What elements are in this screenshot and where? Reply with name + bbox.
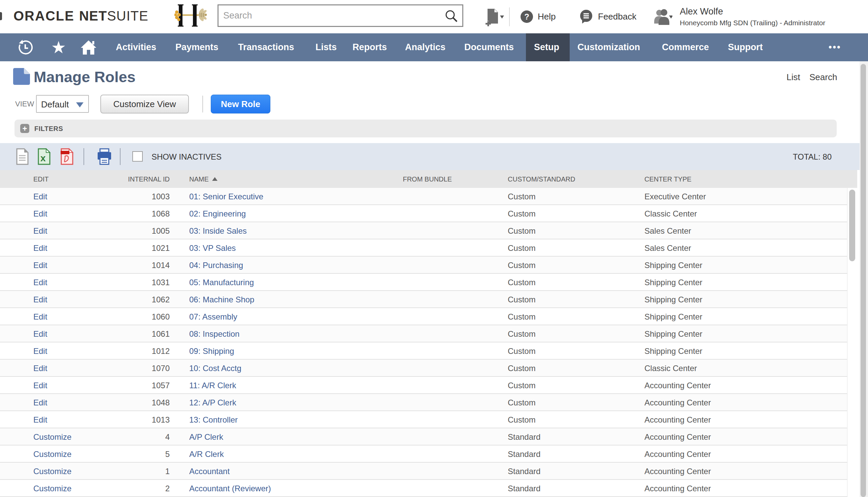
user-menu[interactable]: Alex Wolfe Honeycomb Mfg SDN (Trailing) … [654, 0, 825, 33]
toolbar-divider [84, 148, 84, 165]
row-name-link[interactable]: 02: Engineering [189, 209, 246, 218]
brand-oracle: ORACLE [13, 9, 74, 23]
print-icon[interactable] [97, 148, 112, 165]
search-icon[interactable] [444, 9, 459, 24]
col-name[interactable]: NAME [189, 175, 217, 183]
row-name-link[interactable]: 03: Inside Sales [189, 226, 247, 236]
export-excel-icon[interactable]: x [38, 148, 51, 165]
row-action-link[interactable]: Edit [33, 312, 47, 322]
nav-item-analytics[interactable]: Analytics [405, 33, 445, 61]
row-action-link[interactable]: Edit [33, 398, 47, 408]
nav-item-activities[interactable]: Activities [116, 33, 156, 61]
nav-item-lists[interactable]: Lists [315, 33, 337, 61]
nav-overflow[interactable]: ••• [829, 33, 841, 61]
recent-records-icon[interactable] [17, 33, 33, 61]
export-csv-icon[interactable] [16, 148, 29, 165]
row-action-link[interactable]: Edit [33, 226, 47, 236]
filters-bar[interactable]: + FILTERS [14, 119, 837, 137]
row-name-link[interactable]: 05: Manufacturing [189, 278, 254, 287]
row-name-link[interactable]: 04: Purchasing [189, 261, 243, 270]
show-inactives-checkbox[interactable] [132, 151, 143, 161]
row-action-link[interactable]: Customize [33, 450, 71, 459]
user-name[interactable]: Alex Wolfe [680, 6, 825, 17]
create-new-icon[interactable] [484, 8, 504, 26]
row-action-link[interactable]: Edit [33, 209, 47, 218]
row-name-link[interactable]: Accountant [189, 467, 230, 476]
row-action-link[interactable]: Edit [33, 295, 47, 304]
row-name-link[interactable]: 09: Shipping [189, 346, 234, 356]
nav-item-customization[interactable]: Customization [578, 33, 640, 61]
row-name-link[interactable]: 13: Controller [189, 415, 238, 425]
row-action-link[interactable]: Edit [33, 243, 47, 253]
feedback-menu[interactable]: Feedback [580, 0, 636, 33]
nav-item-reports[interactable]: Reports [353, 33, 387, 61]
shortcuts-star-icon[interactable]: ★ [50, 33, 67, 61]
row-action-link[interactable]: Edit [33, 415, 47, 425]
row-action-link[interactable]: Customize [33, 467, 71, 476]
help-label[interactable]: Help [538, 12, 556, 22]
row-name-link[interactable]: A/P Clerk [189, 432, 223, 442]
new-role-button[interactable]: New Role [211, 95, 270, 113]
row-action-link[interactable]: Edit [33, 381, 47, 390]
row-action-link[interactable]: Edit [33, 329, 47, 339]
filters-expand-icon[interactable]: + [20, 124, 29, 133]
main-nav: ★ ActivitiesPaymentsTransactionsListsRep… [0, 33, 868, 61]
global-search-box[interactable] [217, 4, 463, 27]
row-name-link[interactable]: 01: Senior Executive [189, 192, 263, 201]
row-action-link[interactable]: Edit [33, 261, 47, 270]
row-action-link[interactable]: Customize [33, 432, 71, 442]
nav-item-commerce[interactable]: Commerce [662, 33, 709, 61]
col-center-type[interactable]: CENTER TYPE [644, 175, 692, 183]
row-internal-id: 1057 [87, 381, 170, 390]
user-roles-icon[interactable] [654, 9, 672, 25]
row-internal-id: 1048 [87, 398, 170, 408]
customize-view-button[interactable]: Customize View [100, 95, 189, 113]
nav-item-payments[interactable]: Payments [175, 33, 218, 61]
view-select[interactable]: Default [36, 95, 89, 113]
filters-label: FILTERS [34, 125, 63, 133]
col-edit[interactable]: EDIT [33, 175, 49, 183]
row-name-link[interactable]: A/R Clerk [189, 450, 224, 459]
global-search-input[interactable] [223, 5, 432, 26]
row-name-link[interactable]: 07: Assembly [189, 312, 237, 322]
row-action-link[interactable]: Edit [33, 192, 47, 201]
row-name-link[interactable]: 08: Inspection [189, 329, 239, 339]
search-link[interactable]: Search [809, 72, 837, 83]
col-internal-id[interactable]: INTERNAL ID [87, 175, 170, 183]
col-custom-standard[interactable]: CUSTOM/STANDARD [508, 175, 575, 183]
col-from-bundle[interactable]: FROM BUNDLE [370, 175, 452, 183]
row-name-link[interactable]: 10: Cost Acctg [189, 364, 241, 373]
list-link[interactable]: List [786, 72, 800, 83]
help-icon[interactable]: ? [521, 11, 533, 23]
home-icon[interactable] [79, 33, 98, 61]
window-scrollbar-track[interactable] [859, 61, 868, 497]
row-name-link[interactable]: Accountant (Reviewer) [189, 484, 271, 493]
row-name-link[interactable]: 12: A/P Clerk [189, 398, 236, 408]
table-row: Edit100301: Senior ExecutiveCustomExecut… [0, 188, 848, 205]
table-scrollbar-thumb[interactable] [849, 189, 855, 261]
page-title-icon [13, 68, 30, 85]
feedback-label[interactable]: Feedback [598, 12, 636, 22]
row-custom-standard: Custom [508, 243, 536, 253]
row-custom-standard: Custom [508, 415, 536, 425]
row-internal-id: 1060 [87, 312, 170, 322]
row-action-link[interactable]: Customize [33, 484, 71, 493]
feedback-icon[interactable] [580, 10, 593, 24]
row-action-link[interactable]: Edit [33, 364, 47, 373]
row-action-link[interactable]: Edit [33, 278, 47, 287]
nav-item-transactions[interactable]: Transactions [238, 33, 294, 61]
help-menu[interactable]: ? Help [521, 0, 556, 33]
nav-item-setup[interactable]: Setup [534, 33, 559, 61]
export-pdf-icon[interactable] [61, 148, 73, 165]
row-name-link[interactable]: 11: A/R Clerk [189, 381, 236, 390]
nav-item-documents[interactable]: Documents [464, 33, 514, 61]
window-scrollbar-thumb[interactable] [860, 64, 866, 497]
edge-notch [0, 12, 2, 20]
row-internal-id: 1003 [87, 192, 170, 201]
row-name-link[interactable]: 06: Machine Shop [189, 295, 254, 304]
row-custom-standard: Custom [508, 312, 536, 322]
nav-item-support[interactable]: Support [728, 33, 763, 61]
row-action-link[interactable]: Edit [33, 346, 47, 356]
row-internal-id: 1062 [87, 295, 170, 304]
row-name-link[interactable]: 03: VP Sales [189, 243, 236, 253]
